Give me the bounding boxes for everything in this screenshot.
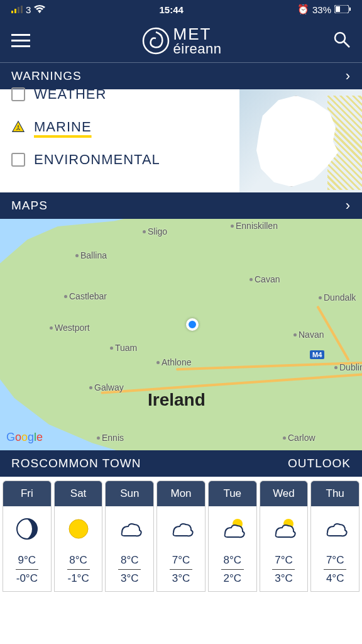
svg-rect-5 xyxy=(336,6,340,12)
warnings-mini-map[interactable] xyxy=(239,89,362,192)
city-label: Carlow xyxy=(288,433,315,443)
main-map[interactable]: SligoEnniskillenBallinaCavanCastlebarDun… xyxy=(0,219,362,450)
warning-item-marine[interactable]: MARINE xyxy=(11,111,228,143)
svg-rect-6 xyxy=(349,8,351,11)
forecast-day[interactable]: Thu7°C4°C xyxy=(310,480,359,592)
outlook-label: OUTLOOK xyxy=(288,457,351,470)
battery-icon xyxy=(334,4,351,15)
warning-item-weather[interactable]: WEATHER xyxy=(11,78,228,111)
motorway-badge: M4 xyxy=(310,350,324,359)
battery-label: 33% xyxy=(312,4,331,15)
svg-rect-3 xyxy=(21,6,23,13)
temp-low: 3°C xyxy=(172,572,190,585)
svg-point-8 xyxy=(335,33,345,43)
temp-high: 7°C xyxy=(324,554,346,570)
checkbox[interactable] xyxy=(11,87,25,101)
temp-low: -0°C xyxy=(16,572,38,585)
checkbox[interactable] xyxy=(11,153,25,167)
search-icon xyxy=(333,31,351,48)
temp-high: 8°C xyxy=(118,554,141,570)
city-label: Navan xyxy=(299,330,324,340)
weather-icon xyxy=(167,515,195,543)
signal-icon xyxy=(11,4,23,15)
city-label: Galway xyxy=(94,382,124,392)
status-time: 15:44 xyxy=(159,4,183,15)
temp-low: -1°C xyxy=(67,572,89,585)
warning-label: ENVIRONMENTAL xyxy=(34,152,160,168)
city-label: Sligo xyxy=(148,226,167,236)
carrier-label: 3 xyxy=(26,4,31,15)
day-label: Mon xyxy=(156,480,206,506)
temp-high: 7°C xyxy=(272,554,295,570)
forecast-day[interactable]: Sun8°C3°C xyxy=(105,480,154,592)
chevron-right-icon: › xyxy=(346,197,351,214)
warning-item-environmental[interactable]: ENVIRONMENTAL xyxy=(11,143,228,176)
temp-high: 9°C xyxy=(16,554,38,570)
temp-low: 2°C xyxy=(223,572,241,585)
svg-rect-2 xyxy=(18,7,19,13)
day-label: Sun xyxy=(105,480,154,506)
temp-low: 3°C xyxy=(121,572,139,585)
chevron-right-icon: › xyxy=(346,68,351,84)
city-label: Ballina xyxy=(80,250,107,260)
forecast-day[interactable]: Wed7°C3°C xyxy=(260,480,309,592)
weather-icon xyxy=(13,515,41,543)
weather-icon xyxy=(321,515,349,543)
weather-icon xyxy=(65,515,92,543)
maps-header[interactable]: MAPS › xyxy=(0,192,362,219)
svg-point-11 xyxy=(69,519,88,538)
temp-high: 8°C xyxy=(221,554,244,570)
forecast-day[interactable]: Mon7°C3°C xyxy=(156,480,206,592)
forecast-day[interactable]: Fri9°C-0°C xyxy=(3,480,52,592)
current-location-dot xyxy=(186,318,199,331)
city-label: Dundalk xyxy=(324,292,356,303)
city-label: Cavan xyxy=(255,274,280,284)
status-bar: 3 15:44 ⏰ 33% xyxy=(0,0,362,19)
city-label: Tuam xyxy=(115,343,137,353)
warning-label: MARINE xyxy=(34,119,92,135)
app-header: MET éireann xyxy=(0,19,362,63)
day-label: Wed xyxy=(260,480,309,506)
weather-icon xyxy=(270,515,297,543)
warning-label: WEATHER xyxy=(34,86,106,103)
warnings-body: WEATHERMARINEENVIRONMENTAL xyxy=(0,89,362,192)
city-label: Westport xyxy=(55,323,90,333)
temp-low: 3°C xyxy=(275,572,293,585)
day-label: Fri xyxy=(3,480,52,506)
city-label: Dublin xyxy=(339,362,362,372)
forecast-day[interactable]: Sat8°C-1°C xyxy=(54,480,103,592)
day-label: Thu xyxy=(310,480,359,506)
temp-high: 7°C xyxy=(170,554,192,570)
map-attribution: Google xyxy=(6,431,43,444)
city-label: Castlebar xyxy=(69,291,107,301)
wifi-icon xyxy=(34,4,45,15)
svg-rect-0 xyxy=(11,11,13,13)
forecast-strip: Fri9°C-0°CSat8°C-1°CSun8°C3°CMon7°C3°CTu… xyxy=(0,477,362,596)
alarm-icon: ⏰ xyxy=(297,4,309,15)
spiral-icon xyxy=(142,27,170,55)
search-button[interactable] xyxy=(333,31,351,51)
menu-button[interactable] xyxy=(11,34,30,47)
weather-icon xyxy=(116,515,143,543)
location-name: ROSCOMMON TOWN xyxy=(11,457,141,470)
svg-rect-1 xyxy=(14,9,16,13)
outlook-header[interactable]: ROSCOMMON TOWN OUTLOOK xyxy=(0,450,362,477)
city-label: Ennis xyxy=(102,433,124,443)
forecast-day[interactable]: Tue8°C2°C xyxy=(208,480,257,592)
warning-triangle-icon xyxy=(11,120,25,134)
temp-high: 8°C xyxy=(67,554,90,570)
country-label: Ireland xyxy=(148,390,206,410)
svg-line-9 xyxy=(344,42,349,47)
temp-low: 4°C xyxy=(326,572,344,585)
day-label: Sat xyxy=(54,480,103,506)
weather-icon xyxy=(219,515,246,543)
day-label: Tue xyxy=(208,480,257,506)
brand-logo: MET éireann xyxy=(142,26,222,56)
city-label: Athlone xyxy=(162,357,191,367)
city-label: Enniskillen xyxy=(236,221,278,231)
